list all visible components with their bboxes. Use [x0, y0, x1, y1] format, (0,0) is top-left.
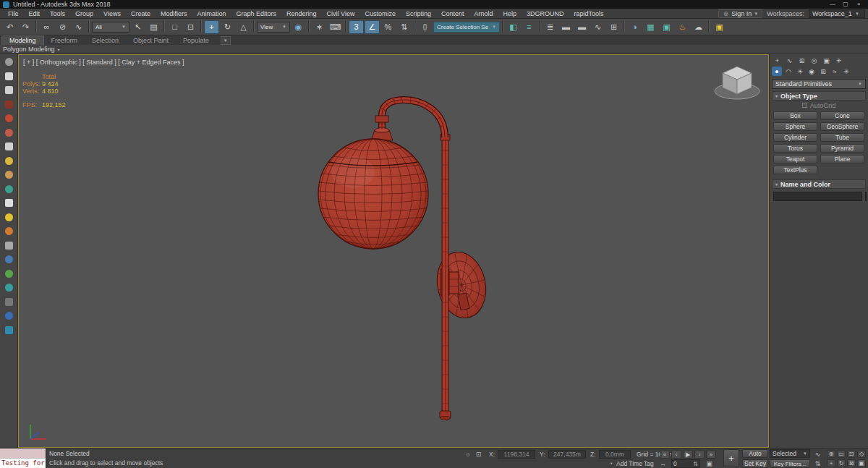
- orbit-button[interactable]: ↻: [837, 459, 846, 467]
- left-tool-icon[interactable]: [5, 185, 13, 193]
- menu-file[interactable]: File: [3, 9, 24, 19]
- autogrid-checkbox[interactable]: [802, 103, 807, 108]
- name-and-color-rollout[interactable]: ▾ Name and Color: [772, 179, 866, 189]
- geometry-category-button[interactable]: ●: [772, 67, 782, 76]
- select-by-name-button[interactable]: ▤: [146, 20, 161, 34]
- zoom-button[interactable]: ⊕: [827, 450, 835, 458]
- object-type-rollout[interactable]: ▾ Object Type: [772, 91, 866, 101]
- go-to-start-button[interactable]: «: [660, 450, 670, 459]
- geometry-type-dropdown[interactable]: Standard Primitives ▼: [772, 79, 866, 89]
- rendered-frame-window-button[interactable]: ▣: [659, 20, 674, 34]
- menu-tools[interactable]: Tools: [45, 9, 70, 19]
- left-tool-icon[interactable]: [5, 326, 13, 334]
- y-coordinate-field[interactable]: 247,435m: [548, 450, 586, 459]
- mirror-button[interactable]: ◧: [506, 20, 521, 34]
- use-pivot-point-center-button[interactable]: ◉: [291, 20, 306, 34]
- create-tab[interactable]: +: [772, 56, 783, 65]
- left-tool-icon[interactable]: [5, 312, 13, 320]
- macro-recorder-line[interactable]: [0, 448, 46, 459]
- left-tool-icon[interactable]: [5, 142, 13, 150]
- menu-civil-view[interactable]: Civil View: [322, 9, 360, 19]
- primitive-box-button[interactable]: Box: [773, 111, 817, 120]
- render-production-button[interactable]: ♨: [675, 20, 690, 34]
- utilities-tab[interactable]: ✳: [833, 56, 844, 65]
- hierarchy-tab[interactable]: ⊞: [796, 56, 807, 65]
- spinner-snap-toggle[interactable]: ⇅: [396, 20, 412, 34]
- object-name-input[interactable]: [773, 192, 862, 201]
- rectangular-selection-region-button[interactable]: □: [167, 20, 182, 34]
- sign-in-button[interactable]: ☺ Sign In ▼: [718, 9, 762, 18]
- material-editor-button[interactable]: ◑: [627, 20, 642, 34]
- menu-3dground[interactable]: 3DGROUND: [522, 9, 569, 19]
- lamp-pole[interactable]: [440, 135, 451, 420]
- left-tool-icon[interactable]: [5, 227, 13, 235]
- menu-create[interactable]: Create: [126, 9, 156, 19]
- schematic-view-button[interactable]: ⊞: [606, 20, 621, 34]
- lights-category-button[interactable]: ☀: [795, 67, 805, 76]
- menu-group[interactable]: Group: [70, 9, 98, 19]
- viewport[interactable]: [ + ] [ Orthographic ] [ Standard ] [ Cl…: [18, 54, 769, 448]
- motion-tab[interactable]: ◎: [809, 56, 820, 65]
- cameras-category-button[interactable]: ◉: [807, 67, 817, 76]
- lamp-globe[interactable]: [318, 139, 428, 249]
- key-set-dropdown[interactable]: Selected ▼: [770, 449, 810, 458]
- angle-snap-toggle[interactable]: ∠: [365, 20, 380, 34]
- menu-graph-editors[interactable]: Graph Editors: [231, 9, 281, 19]
- primitive-tube-button[interactable]: Tube: [820, 133, 864, 142]
- left-tool-icon[interactable]: [5, 129, 13, 137]
- window-crossing-toggle[interactable]: ⊡: [183, 20, 198, 34]
- edit-named-selection-sets-button[interactable]: {}: [417, 20, 433, 34]
- modify-tab[interactable]: ∿: [784, 56, 795, 65]
- left-tool-icon[interactable]: [5, 213, 13, 221]
- select-and-manipulate-button[interactable]: ∗: [312, 20, 327, 34]
- next-frame-button[interactable]: ›: [694, 450, 705, 459]
- reference-coordinate-dropdown[interactable]: View ▼: [257, 22, 290, 33]
- x-coordinate-field[interactable]: 1198,314: [498, 450, 535, 459]
- percent-snap-toggle[interactable]: %: [380, 20, 396, 34]
- zoom-region-button[interactable]: ⊠: [847, 459, 856, 467]
- menu-views[interactable]: Views: [98, 9, 126, 19]
- viewport-label[interactable]: [ + ] [ Orthographic ] [ Standard ] [ Cl…: [23, 59, 184, 66]
- add-time-tag[interactable]: Add Time Tag: [616, 460, 654, 467]
- left-tool-icon[interactable]: [5, 101, 13, 109]
- primitive-torus-button[interactable]: Torus: [773, 144, 817, 153]
- shapes-category-button[interactable]: ◠: [783, 67, 793, 76]
- selection-filter-dropdown[interactable]: All ▼: [92, 22, 129, 33]
- select-and-rotate-button[interactable]: ↻: [220, 20, 235, 34]
- named-selection-sets-dropdown[interactable]: Create Selection Se ▼: [433, 22, 500, 33]
- left-tool-icon[interactable]: [5, 298, 13, 306]
- selection-lock-toggle[interactable]: ⊡: [474, 450, 483, 459]
- left-tool-icon[interactable]: [5, 171, 13, 179]
- time-configuration-button[interactable]: ▣: [705, 459, 714, 468]
- maxscript-mini-listener[interactable]: Testing for i: [0, 459, 46, 468]
- systems-category-button[interactable]: ✳: [841, 67, 851, 76]
- field-of-view-button[interactable]: ◇: [857, 450, 866, 458]
- left-tool-icon[interactable]: [5, 199, 13, 207]
- bind-to-space-warp-button[interactable]: ∿: [71, 20, 86, 34]
- previous-frame-button[interactable]: ‹: [671, 450, 681, 459]
- menu-customize[interactable]: Customize: [359, 9, 401, 19]
- left-tool-icon[interactable]: [5, 270, 13, 278]
- display-tab[interactable]: ▣: [821, 56, 832, 65]
- primitive-sphere-button[interactable]: Sphere: [773, 122, 817, 131]
- redo-button[interactable]: ↷: [18, 20, 33, 34]
- ribbon-tab-freeform[interactable]: Freeform: [44, 36, 85, 45]
- toggle-layer-explorer-button[interactable]: ▬: [558, 20, 574, 34]
- spinner-arrows-icon[interactable]: ⇅: [693, 461, 698, 467]
- ribbon-minimize-toggle[interactable]: ▾: [221, 36, 231, 45]
- primitive-pyramid-button[interactable]: Pyramid: [820, 144, 864, 153]
- primitive-geosphere-button[interactable]: GeoSphere: [820, 122, 864, 131]
- left-tool-icon[interactable]: [5, 114, 13, 122]
- left-tool-icon[interactable]: [5, 255, 13, 263]
- helpers-category-button[interactable]: ⊞: [818, 67, 828, 76]
- maximize-button[interactable]: ▢: [839, 0, 852, 9]
- set-keys-button[interactable]: +: [723, 449, 739, 467]
- select-and-move-button[interactable]: +: [204, 20, 219, 34]
- render-setup-button[interactable]: ▦: [643, 20, 658, 34]
- primitive-teapot-button[interactable]: Teapot: [773, 155, 817, 163]
- ribbon-tab-modeling[interactable]: Modeling: [1, 35, 44, 45]
- undo-button[interactable]: ↶: [2, 20, 17, 34]
- menu-animation[interactable]: Animation: [192, 9, 231, 19]
- isolate-selection-toggle[interactable]: ☼: [463, 450, 472, 459]
- current-frame-spinner[interactable]: 0 ⇅: [671, 459, 700, 468]
